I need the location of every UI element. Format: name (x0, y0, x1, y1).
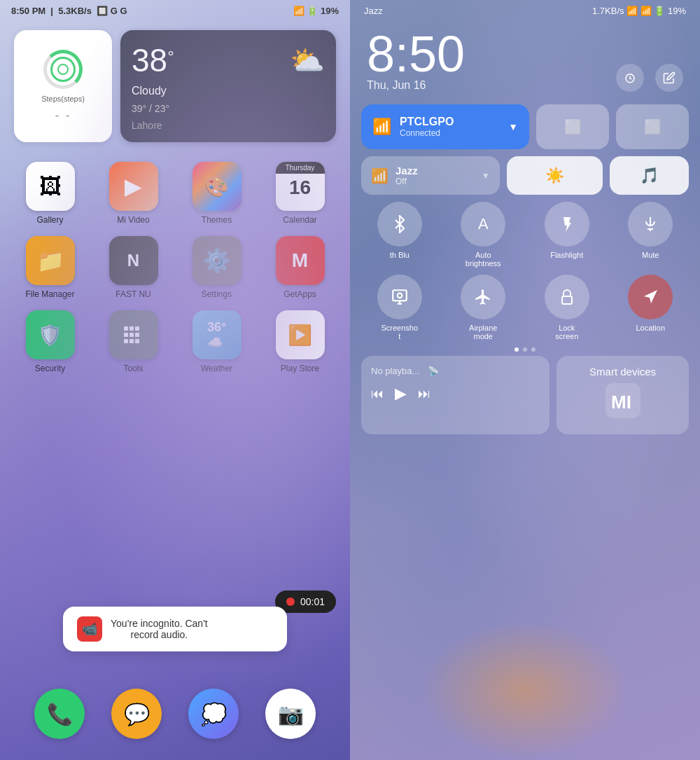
app-fastnu[interactable]: N FAST NU (97, 236, 169, 299)
screenshot-circle (377, 275, 422, 319)
screenshot-btn[interactable]: Screenshot (361, 275, 438, 340)
edit-icon-btn[interactable] (655, 64, 683, 92)
wifi-text: PTCLGPO Connected (400, 116, 454, 138)
right-content: Jazz 1.7KB/s 📶 📶 🔋 19% 8:50 Thu, Jun 16 (350, 0, 700, 760)
dock-bubble-icon: 💭 (188, 689, 239, 739)
home-screen: 8:50 PM | 5.3KB/s 🔲 G G 📶 🔋 19% Steps(st… (0, 0, 350, 760)
svg-point-14 (398, 293, 402, 298)
play-pause-btn[interactable]: ▶ (395, 385, 407, 403)
dot-2 (523, 347, 527, 352)
fitness-label: Steps(steps) (41, 95, 85, 103)
bluetooth-circle (377, 202, 422, 247)
bottom-glow (420, 620, 630, 760)
dock-camera[interactable]: 📷 (265, 689, 316, 739)
weather-widget[interactable]: 38 ° ⛅ Cloudy 39° / 23° Lahore (120, 30, 336, 142)
security-label: Security (35, 364, 65, 373)
mute-label: Mute (642, 251, 659, 259)
fitness-dashes: - - (55, 109, 71, 123)
dock-phone-icon: 📞 (34, 689, 85, 739)
app-themes[interactable]: 🎨 Themes (181, 162, 253, 225)
security-icon: 🛡️ (26, 310, 75, 359)
themes-icon: 🎨 (192, 162, 241, 211)
tile-empty-1[interactable]: ⬜ (536, 104, 609, 149)
filemanager-icon: 📁 (26, 236, 75, 285)
gallery-label: Gallery (36, 215, 63, 225)
app-mivideo[interactable]: ▶ Mi Video (97, 162, 169, 225)
smart-device-icon: MI (606, 383, 640, 424)
airplane-circle (461, 275, 505, 319)
mute-circle (628, 202, 673, 247)
alarm-icon-btn[interactable] (616, 64, 644, 92)
lock-screen-btn[interactable]: Lockscreen (528, 275, 606, 340)
music-icon: 🎵 (640, 167, 659, 185)
bluetooth-btn[interactable]: th Blu (361, 202, 438, 268)
tile-2-icon: ⬜ (644, 118, 662, 135)
brightness-tile[interactable]: ☀️ (507, 156, 603, 195)
media-title: No playba... 📡 (371, 366, 540, 376)
toast-text: You're incognito. Can'trecord audio. (111, 618, 208, 640)
mobile-tile[interactable]: 📶 Jazz Off ▼ (361, 156, 500, 195)
dock-bubble[interactable]: 💭 (188, 689, 239, 739)
airplane-btn[interactable]: Airplanemode (445, 275, 522, 340)
status-bar-left: 8:50 PM | 5.3KB/s 🔲 G G 📶 🔋 19% (0, 0, 350, 22)
app-tools[interactable]: Tools (97, 310, 169, 373)
dock-camera-icon: 📷 (265, 689, 316, 739)
wifi-name: PTCLGPO (400, 116, 454, 128)
wifi-tile[interactable]: 📶 PTCLGPO Connected ▼ (361, 104, 529, 149)
location-label: Location (636, 324, 665, 332)
screenshot-icon (391, 288, 409, 306)
auto-brightness-icon: A (478, 215, 489, 233)
app-playstore[interactable]: ▶️ Play Store (264, 310, 336, 373)
mute-btn[interactable]: Mute (612, 202, 690, 268)
lock-screen-label: Lockscreen (555, 324, 578, 340)
app-security[interactable]: 🛡️ Security (14, 310, 86, 373)
music-tile[interactable]: 🎵 (610, 156, 689, 195)
dock-messages[interactable]: 💬 (111, 689, 162, 739)
fitness-ring (43, 50, 83, 89)
tile-empty-2[interactable]: ⬜ (616, 104, 689, 149)
app-gallery[interactable]: 🖼 Gallery (14, 162, 86, 225)
tile-1-icon: ⬜ (564, 118, 582, 135)
control-center: Jazz 1.7KB/s 📶 📶 🔋 19% 8:50 Thu, Jun 16 (350, 0, 700, 760)
smart-devices-title: Smart devices (589, 366, 656, 378)
mobile-text: Jazz Off (396, 165, 418, 186)
mobile-bars-icon: 📶 (371, 167, 388, 184)
getapps-icon: M (276, 236, 325, 285)
app-grid-row2: 📁 File Manager N FAST NU ⚙️ Settings M G… (0, 225, 350, 299)
svg-rect-6 (124, 339, 128, 343)
app-weather[interactable]: 36°☁️ Weather (181, 310, 253, 373)
recording-timer: 00:01 (300, 596, 325, 607)
alarm-icon (624, 71, 636, 84)
tools-svg-icon (121, 322, 146, 347)
auto-brightness-btn[interactable]: A Autobrightness (445, 202, 522, 268)
round-buttons-row2: Screenshot Airplanemode (361, 275, 689, 340)
lock-icon (559, 289, 575, 305)
media-player: No playba... 📡 ⏮ ▶ ⏭ (361, 356, 550, 434)
svg-rect-8 (135, 339, 139, 343)
widgets-row: Steps(steps) - - 38 ° ⛅ Cloudy 39° / 23°… (0, 25, 350, 148)
calendar-icon: Thursday 16 (276, 162, 325, 211)
recording-bar[interactable]: 00:01 (275, 590, 336, 613)
weather-city: Lahore (132, 120, 325, 131)
location-btn[interactable]: Location (612, 275, 690, 340)
location-icon (642, 289, 659, 305)
fitness-inner (50, 57, 76, 82)
mobile-carrier: Jazz (396, 165, 418, 177)
app-filemanager[interactable]: 📁 File Manager (14, 236, 86, 299)
mobile-status: Off (396, 177, 418, 186)
svg-rect-4 (130, 333, 134, 337)
prev-track-btn[interactable]: ⏮ (371, 387, 384, 401)
round-buttons-row1: th Blu A Autobrightness Flashlight (361, 202, 689, 268)
brightness-icon: ☀️ (545, 167, 564, 185)
flashlight-btn[interactable]: Flashlight (528, 202, 606, 268)
app-getapps[interactable]: M GetApps (264, 236, 336, 299)
next-track-btn[interactable]: ⏭ (418, 387, 430, 401)
fitness-widget[interactable]: Steps(steps) - - (14, 30, 112, 142)
playstore-label: Play Store (281, 364, 319, 373)
app-calendar[interactable]: Thursday 16 Calendar (264, 162, 336, 225)
app-settings[interactable]: ⚙️ Settings (181, 236, 253, 299)
media-controls: ⏮ ▶ ⏭ (371, 385, 540, 403)
mivideo-label: Mi Video (117, 215, 149, 225)
dock-phone[interactable]: 📞 (34, 689, 85, 739)
smart-devices-panel[interactable]: Smart devices MI (556, 356, 689, 434)
